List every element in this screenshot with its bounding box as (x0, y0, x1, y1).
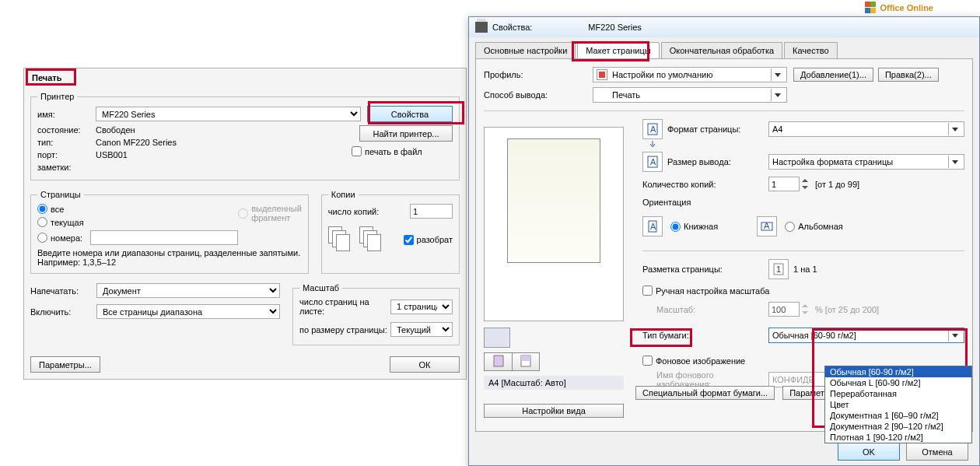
svg-text:A: A (650, 124, 656, 134)
page-size-select[interactable]: A4 (768, 121, 964, 137)
office-online-link[interactable]: Office Online (865, 0, 933, 16)
orientation-label: Ориентация (642, 198, 964, 207)
spinner-down-icon[interactable] (800, 184, 810, 191)
preview-mode-1-button[interactable] (484, 352, 512, 371)
chevron-down-icon (771, 89, 783, 101)
state-value: Свободен (96, 125, 135, 135)
copies-count-label: число копий: (328, 207, 410, 216)
preview-mode-2-button[interactable] (512, 352, 540, 371)
pages-per-sheet-select[interactable]: 1 страница (390, 300, 453, 314)
copies-input[interactable] (768, 177, 800, 191)
printer-name-select[interactable]: MF220 Series (96, 107, 361, 121)
pages-numbers-radio[interactable] (37, 233, 47, 243)
pages-all-radio[interactable] (37, 204, 47, 214)
layout-icon: 1 (768, 259, 789, 279)
page-layout-value: 1 на 1 (793, 265, 817, 274)
svg-rect-2 (521, 356, 530, 361)
output-method-select[interactable]: Печать (593, 87, 787, 103)
svg-text:1: 1 (776, 265, 781, 274)
view-settings-button[interactable]: Настройки вида (484, 404, 624, 418)
chevron-down-icon (771, 68, 783, 81)
page-half-icon (520, 355, 531, 367)
paper-option[interactable]: Плотная 1 [90-120 г/м2] (825, 432, 971, 443)
properties-title-prefix: Свойства: (492, 23, 532, 32)
print-ok-button[interactable]: ОК (390, 356, 460, 373)
output-method-value: Печать (612, 90, 640, 100)
print-dialog-title: Печать (24, 68, 466, 87)
parameters-button[interactable]: Параметры... (30, 356, 100, 373)
watermark-checkbox[interactable] (642, 356, 653, 366)
print-what-select[interactable]: Документ (96, 283, 280, 298)
tab-quality[interactable]: Качество (784, 42, 838, 58)
page-size-icon: A (642, 119, 663, 139)
office-logo-icon (865, 2, 877, 14)
preview-caption: A4 [Масштаб: Авто] (484, 376, 624, 390)
spinner-down-icon (800, 310, 810, 317)
fit-to-page-select[interactable]: Текущий (390, 322, 453, 337)
include-select[interactable]: Все страницы диапазона (96, 304, 280, 319)
state-label: состояние: (37, 125, 96, 135)
pages-selection-radio (238, 208, 248, 219)
arrow-down-icon (649, 141, 656, 149)
properties-cancel-button[interactable]: Отмена (906, 443, 968, 461)
manual-scale-label: Ручная настройка масштаба (656, 286, 769, 296)
svg-rect-0 (494, 356, 503, 366)
collate-checkbox[interactable] (404, 235, 414, 245)
printer-icon (475, 22, 488, 33)
paper-option[interactable]: Цвет (825, 399, 971, 410)
watermark-name-value: КОНФИДЕ (772, 375, 814, 384)
portrait-label: Книжная (684, 222, 718, 231)
pages-numbers-label: номера: (51, 233, 82, 243)
printer-name-label: имя: (37, 110, 96, 119)
paper-type-dropdown-list[interactable]: Обычная [60-90 г/м2] Обычная L [60-90 г/… (824, 366, 972, 443)
properties-titlebar: Свойства: MF220 Series (469, 17, 979, 37)
scale-group: Масштаб число страниц на листе: 1 страни… (292, 283, 460, 345)
copies-count-input[interactable] (410, 204, 453, 219)
page-preview (484, 127, 624, 321)
landscape-icon: A (757, 216, 777, 237)
collate-icon (328, 226, 352, 253)
profile-icon (597, 69, 607, 80)
scale-range: % [от 25 до 200] (815, 305, 879, 314)
paper-option[interactable]: Обычная L [60-90 г/м2] (825, 377, 971, 388)
pages-hint: Введите номера или диапазоны страниц, ра… (37, 248, 302, 267)
print-to-file-checkbox[interactable] (352, 146, 362, 156)
tab-basic-settings[interactable]: Основные настройки (475, 42, 576, 58)
pages-numbers-input[interactable] (90, 230, 238, 245)
output-size-select[interactable]: Настройка формата страницы (768, 154, 964, 170)
spinner-up-icon[interactable] (800, 177, 810, 184)
properties-title-suffix: MF220 Series (588, 23, 641, 32)
page-size-label: Формат страницы: (667, 124, 768, 134)
find-printer-button[interactable]: Найти принтер... (359, 125, 453, 142)
paper-option[interactable]: Обычная [60-90 г/м2] (825, 366, 971, 377)
scale-input (768, 302, 800, 317)
watermark-label: Фоновое изображение (656, 356, 745, 366)
landscape-radio[interactable] (785, 222, 795, 232)
tab-finishing[interactable]: Окончательная обработка (661, 42, 782, 58)
page-size-value: A4 (772, 124, 782, 134)
manual-scale-checkbox[interactable] (642, 286, 653, 296)
page-layout-label: Разметка страницы: (642, 265, 768, 274)
copies-group: Копии число копий: разобрат (321, 190, 460, 274)
edit-profile-button[interactable]: Правка(2)... (878, 68, 939, 82)
paper-option[interactable]: Документная 1 [60–90 г/м2] (825, 410, 971, 421)
scale-label: Масштаб: (642, 305, 768, 314)
pages-current-radio[interactable] (37, 217, 47, 227)
svg-text:A: A (650, 222, 656, 231)
preview-stack-icon (484, 328, 510, 348)
pages-selection-label: выделенный фрагмент (251, 204, 302, 222)
type-label: тип: (37, 138, 96, 147)
chevron-down-icon (948, 123, 961, 135)
profile-select[interactable]: Настройки по умолчанию (593, 67, 787, 82)
paper-option[interactable]: Документная 2 [90–120 г/м2] (825, 421, 971, 432)
highlight-props-button (368, 101, 464, 124)
properties-ok-button[interactable]: OK (838, 443, 900, 461)
page-icon (493, 355, 504, 367)
add-profile-button[interactable]: Добавление(1)... (793, 68, 873, 82)
custom-paper-size-button[interactable]: Специальный формат бумаги... (635, 386, 775, 400)
portrait-radio[interactable] (670, 222, 681, 232)
paper-option[interactable]: Переработанная (825, 388, 971, 399)
print-what-label: Напечатать: (30, 286, 96, 296)
fit-to-page-label: по размеру страницы: (299, 325, 390, 335)
output-size-value: Настройка формата страницы (772, 157, 893, 166)
